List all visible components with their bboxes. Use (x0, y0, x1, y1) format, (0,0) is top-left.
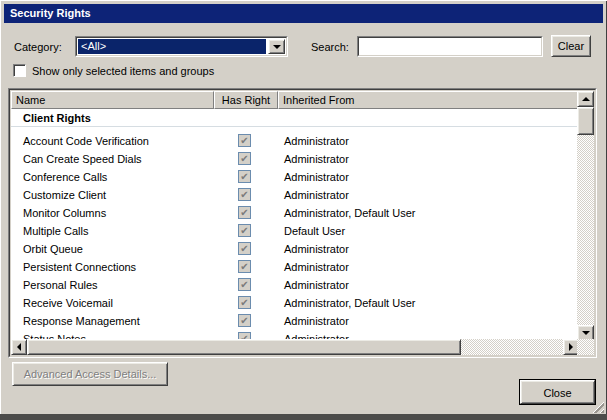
row-name: Monitor Columns (23, 204, 106, 222)
row-name: Customize Client (23, 186, 106, 204)
check-icon: ✔ (239, 207, 250, 218)
chevron-down-icon (273, 45, 281, 49)
table-row[interactable]: Customize Client ✔ Administrator (11, 186, 579, 204)
clear-button[interactable]: Clear (551, 35, 591, 57)
has-right-checkbox[interactable]: ✔ (238, 278, 251, 291)
scroll-up-icon (582, 97, 590, 101)
row-name: Multiple Calls (23, 222, 88, 240)
row-name: Persistent Connections (23, 258, 136, 276)
row-inherited-from: Administrator (284, 150, 349, 168)
list-body: Client Rights Account Code Verification … (11, 109, 579, 341)
search-input-wrapper (357, 36, 543, 57)
row-inherited-from: Administrator, Default User (284, 204, 415, 222)
security-rights-dialog: Security Rights Category: <All> Search: … (0, 0, 607, 420)
check-icon: ✔ (239, 279, 250, 290)
category-dropdown-button[interactable] (268, 39, 285, 54)
row-inherited-from: Administrator (284, 168, 349, 186)
row-name: Account Code Verification (23, 132, 149, 150)
show-only-checkbox[interactable] (13, 64, 26, 77)
check-icon: ✔ (239, 135, 250, 146)
table-row[interactable]: Conference Calls ✔ Administrator (11, 168, 579, 186)
row-inherited-from: Administrator (284, 312, 349, 330)
close-button-face: Close (520, 380, 595, 404)
check-icon: ✔ (239, 297, 250, 308)
has-right-checkbox[interactable]: ✔ (238, 296, 251, 309)
table-row[interactable]: Can Create Speed Dials ✔ Administrator (11, 150, 579, 168)
has-right-checkbox[interactable]: ✔ (238, 134, 251, 147)
scroll-left-button[interactable] (11, 339, 27, 355)
window-title: Security Rights (10, 7, 91, 19)
column-header-inherited-from[interactable]: Inherited From (278, 91, 579, 109)
advanced-access-details-label: Advanced Access Details... (24, 368, 157, 380)
category-label: Category: (14, 41, 62, 53)
column-header-name-label: Name (16, 94, 45, 106)
table-row[interactable]: Orbit Queue ✔ Administrator (11, 240, 579, 258)
column-header-has-right-label: Has Right (222, 94, 270, 106)
has-right-checkbox[interactable]: ✔ (238, 152, 251, 165)
has-right-checkbox[interactable]: ✔ (238, 314, 251, 327)
window-bottom-edge (0, 414, 607, 420)
scroll-right-icon (569, 343, 573, 351)
table-row[interactable]: Personal Rules ✔ Administrator (11, 276, 579, 294)
row-inherited-from: Default User (284, 222, 345, 240)
has-right-checkbox[interactable]: ✔ (238, 224, 251, 237)
clear-button-label: Clear (558, 40, 584, 52)
has-right-checkbox[interactable]: ✔ (238, 206, 251, 219)
check-icon: ✔ (239, 261, 250, 272)
search-input[interactable] (360, 39, 540, 54)
vertical-scrollbar[interactable] (577, 91, 594, 341)
check-icon: ✔ (239, 189, 250, 200)
table-row[interactable]: Persistent Connections ✔ Administrator (11, 258, 579, 276)
close-button-label: Close (543, 387, 571, 399)
column-header-has-right[interactable]: Has Right (214, 91, 278, 109)
horizontal-scrollbar-thumb[interactable] (27, 339, 461, 355)
row-name: Personal Rules (23, 276, 98, 294)
scroll-up-button[interactable] (577, 91, 594, 107)
vertical-scrollbar-thumb[interactable] (577, 107, 594, 135)
row-inherited-from: Administrator (284, 132, 349, 150)
row-name: Can Create Speed Dials (23, 150, 142, 168)
row-name: Conference Calls (23, 168, 107, 186)
horizontal-scrollbar[interactable] (11, 339, 579, 355)
check-icon: ✔ (239, 243, 250, 254)
table-row[interactable]: Response Management ✔ Administrator (11, 312, 579, 330)
has-right-checkbox[interactable]: ✔ (238, 188, 251, 201)
check-icon: ✔ (239, 153, 250, 164)
table-row[interactable]: Receive Voicemail ✔ Administrator, Defau… (11, 294, 579, 312)
list-header: Name Has Right Inherited From (11, 91, 579, 109)
row-inherited-from: Administrator (284, 186, 349, 204)
list-rows: Account Code Verification ✔ Administrato… (11, 132, 579, 341)
category-dropdown[interactable]: <All> (75, 36, 288, 57)
table-row[interactable]: Monitor Columns ✔ Administrator, Default… (11, 204, 579, 222)
check-icon: ✔ (239, 171, 250, 182)
row-name: Response Management (23, 312, 140, 330)
row-name: Orbit Queue (23, 240, 83, 258)
column-header-name[interactable]: Name (11, 91, 214, 109)
row-name: Receive Voicemail (23, 294, 113, 312)
row-inherited-from: Administrator (284, 258, 349, 276)
table-row[interactable]: Multiple Calls ✔ Default User (11, 222, 579, 240)
scrollbar-corner (577, 339, 594, 355)
category-selected-value: <All> (78, 39, 266, 54)
check-icon: ✔ (239, 225, 250, 236)
group-header: Client Rights (11, 109, 579, 127)
close-button[interactable]: Close (519, 379, 596, 405)
advanced-access-details-button: Advanced Access Details... (12, 362, 168, 386)
title-bar[interactable]: Security Rights (4, 4, 603, 23)
rights-list-content: Name Has Right Inherited From Client Rig… (11, 91, 594, 355)
column-header-inherited-from-label: Inherited From (283, 94, 355, 106)
has-right-checkbox[interactable]: ✔ (238, 170, 251, 183)
has-right-checkbox[interactable]: ✔ (238, 242, 251, 255)
row-inherited-from: Administrator, Default User (284, 294, 415, 312)
has-right-checkbox[interactable]: ✔ (238, 260, 251, 273)
rights-list: Name Has Right Inherited From Client Rig… (8, 88, 597, 358)
search-label: Search: (311, 41, 349, 53)
scroll-down-icon (582, 331, 590, 335)
check-icon: ✔ (239, 315, 250, 326)
row-inherited-from: Administrator (284, 276, 349, 294)
table-row[interactable]: Account Code Verification ✔ Administrato… (11, 132, 579, 150)
scroll-left-icon (17, 343, 21, 351)
show-only-label: Show only selected items and groups (32, 65, 214, 77)
row-inherited-from: Administrator (284, 240, 349, 258)
